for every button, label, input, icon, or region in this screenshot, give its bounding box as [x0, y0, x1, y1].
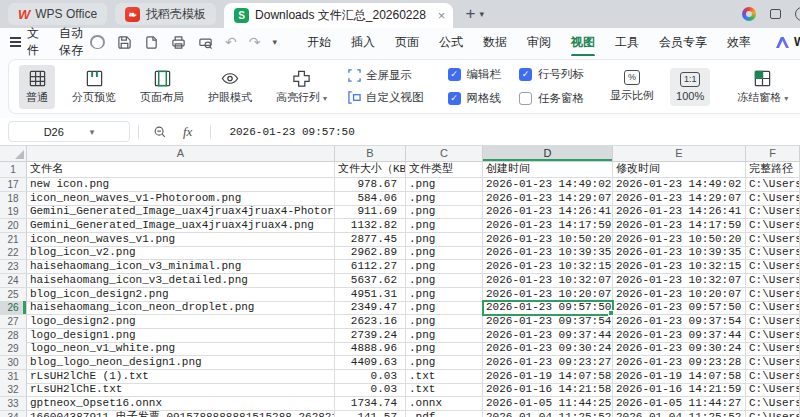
tab-active-document[interactable]: S Downloads 文件汇总_20260228 × [224, 3, 453, 28]
cell-filename[interactable]: blog_icon_design2.png [27, 288, 335, 302]
cell-filesize[interactable]: 4951.31 [335, 288, 406, 302]
menu-tab[interactable]: 审阅 [519, 30, 559, 55]
autosave-toggle[interactable] [90, 35, 105, 49]
cell-filetype[interactable]: .png [406, 342, 483, 356]
formula-bar-checkbox[interactable]: 编辑栏 [448, 67, 502, 82]
row-number[interactable]: 17 [0, 178, 27, 192]
cell-filename[interactable]: Gemini_Generated_Image_uax4jruax4jruax4-… [27, 205, 335, 219]
cell-modified[interactable]: 2026-01-04 11:25:52 [613, 411, 746, 417]
eye-protect-button[interactable]: 护眼模式 [201, 65, 259, 109]
row-number[interactable]: 20 [0, 219, 27, 233]
cell-created[interactable]: 2026-01-23 09:37:44 [483, 329, 613, 343]
cell-filetype[interactable]: .png [406, 233, 483, 247]
row-number[interactable]: 26 [0, 301, 27, 315]
cell-filesize[interactable]: 2962.89 [335, 246, 406, 260]
cell-modified[interactable]: 2026-01-19 14:07:58 [613, 370, 746, 384]
cell-filename[interactable]: gptneox_Opset16.onnx [27, 397, 335, 411]
cell-created[interactable]: 2026-01-23 10:20:07 [483, 288, 613, 302]
cell-filetype[interactable]: .png [406, 219, 483, 233]
redo-icon[interactable]: ↷ [249, 35, 261, 49]
cell-path[interactable]: C:\Users\ [746, 370, 800, 384]
cell-path[interactable]: C:\Users\ [746, 219, 800, 233]
restore-window-icon[interactable] [770, 9, 781, 19]
page-layout-button[interactable]: 页面布局 [133, 65, 191, 109]
cell-path[interactable]: C:\Users\ [746, 383, 800, 397]
cell-modified[interactable]: 2026-01-23 14:29:07 [613, 192, 746, 206]
cell-modified[interactable]: 2026-01-23 09:37:44 [613, 329, 746, 343]
cell-filetype[interactable]: .png [406, 246, 483, 260]
cell-created[interactable]: 2026-01-16 14:21:58 [483, 383, 613, 397]
tab-wps-home[interactable]: W WPS Office [8, 3, 107, 25]
menu-tab[interactable]: 视图 [563, 30, 603, 55]
cell-path[interactable]: C:\Users\ [746, 329, 800, 343]
cell-path[interactable]: C:\Users\ [746, 356, 800, 370]
cell-modified[interactable]: 2026-01-23 09:37:54 [613, 315, 746, 329]
row-number[interactable]: 25 [0, 288, 27, 302]
row-number[interactable]: 22 [0, 246, 27, 260]
cell-filename[interactable]: rLsUH2lChE.txt [27, 383, 335, 397]
menu-tab[interactable]: 插入 [343, 30, 383, 55]
cell-filename[interactable]: rLsUH2lChE (1).txt [27, 370, 335, 384]
export-icon[interactable] [144, 35, 159, 50]
cell-filename[interactable]: blog_icon_v2.png [27, 246, 335, 260]
cell-created[interactable]: 2026-01-23 09:57:50 [483, 301, 613, 315]
cell-created[interactable]: 2026-01-23 10:39:35 [483, 246, 613, 260]
header-cell-filename[interactable]: 文件名 [27, 162, 335, 178]
new-tab-button[interactable]: + [465, 4, 475, 24]
cell-filename[interactable]: 166004387911_电子发票_0915788888881515288_26… [27, 411, 335, 417]
cell-filename[interactable]: logo_design2.png [27, 315, 335, 329]
cell-filetype[interactable]: .png [406, 301, 483, 315]
row-number[interactable]: 31 [0, 370, 27, 384]
cell-created[interactable]: 2026-01-19 14:07:58 [483, 370, 613, 384]
cell-modified[interactable]: 2026-01-23 09:57:50 [613, 301, 746, 315]
cell-modified[interactable]: 2026-01-23 10:32:15 [613, 260, 746, 274]
cell-modified[interactable]: 2026-01-23 10:20:07 [613, 288, 746, 302]
cell-filesize[interactable]: 1734.74 [335, 397, 406, 411]
cell-modified[interactable]: 2026-01-23 10:39:35 [613, 246, 746, 260]
cell-modified[interactable]: 2026-01-23 14:17:59 [613, 219, 746, 233]
column-header[interactable]: D [483, 146, 613, 162]
cell-modified[interactable]: 2026-01-23 14:26:41 [613, 205, 746, 219]
cell-filetype[interactable]: .png [406, 315, 483, 329]
column-header[interactable]: C [406, 146, 483, 162]
highlight-row-col-button[interactable]: 高亮行列 ▾ [269, 65, 334, 109]
row-number[interactable]: 30 [0, 356, 27, 370]
print-preview-icon[interactable] [198, 35, 213, 50]
close-tab-icon[interactable]: × [438, 9, 446, 22]
cell-path[interactable]: C:\Users\ [746, 274, 800, 288]
cell-path[interactable]: C:\Users\ [746, 411, 800, 417]
cell-filesize[interactable]: 4409.63 [335, 356, 406, 370]
row-number[interactable]: 32 [0, 383, 27, 397]
cell-filename[interactable]: haisehaomang_icon_neon_droplet.png [27, 301, 335, 315]
formula-value[interactable]: 2026-01-23 09:57:50 [229, 126, 354, 138]
row-number[interactable]: 1 [0, 162, 27, 178]
quickbar-chevron-icon[interactable]: ▾ [272, 37, 277, 47]
cell-filetype[interactable]: .pdf [406, 411, 483, 417]
cell-filesize[interactable]: 1132.82 [335, 219, 406, 233]
row-number[interactable]: 34 [0, 411, 27, 417]
save-icon[interactable] [117, 35, 132, 50]
cell-filesize[interactable]: 6112.27 [335, 260, 406, 274]
name-box[interactable]: D26 ▾ [8, 121, 130, 142]
menu-tab[interactable]: 会员专享 [651, 30, 715, 55]
cell-filesize[interactable]: 0.03 [335, 370, 406, 384]
undo-icon[interactable]: ↶ [225, 35, 237, 49]
row-number[interactable]: 28 [0, 329, 27, 343]
cell-created[interactable]: 2026-01-23 10:50:20 [483, 233, 613, 247]
cell-filename[interactable]: logo_design1.png [27, 329, 335, 343]
cell-filesize[interactable]: 5637.62 [335, 274, 406, 288]
cell-path[interactable]: C:\Users\ [746, 301, 800, 315]
row-number[interactable]: 19 [0, 205, 27, 219]
column-header[interactable]: B [335, 146, 406, 162]
cell-filetype[interactable]: .png [406, 192, 483, 206]
cell-path[interactable]: C:\Users\ [746, 260, 800, 274]
fullscreen-button[interactable]: 全屏显示 [348, 68, 424, 83]
account-avatar[interactable] [742, 7, 756, 21]
cell-modified[interactable]: 2026-01-23 09:23:28 [613, 356, 746, 370]
menu-tab[interactable]: 开始 [299, 30, 339, 55]
row-number[interactable]: 24 [0, 274, 27, 288]
cell-modified[interactable]: 2026-01-23 14:49:02 [613, 178, 746, 192]
select-all-corner[interactable] [0, 146, 27, 162]
cell-filename[interactable]: icon_neon_waves_v1-Photoroom.png [27, 192, 335, 206]
cell-filesize[interactable]: 141.57 [335, 411, 406, 417]
